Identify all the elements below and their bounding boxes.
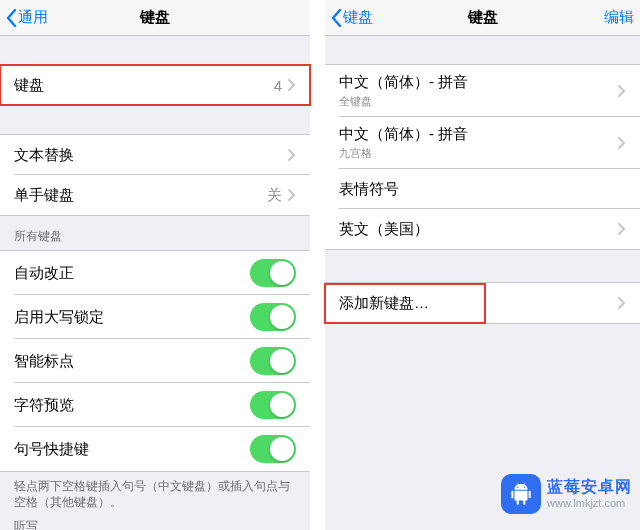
android-icon — [501, 474, 541, 514]
auto-correct-toggle[interactable] — [250, 259, 296, 287]
keyboard-label: 英文（美国） — [339, 220, 429, 239]
smart-punct-row: 智能标点 — [0, 339, 310, 383]
back-label: 键盘 — [343, 8, 373, 27]
edit-button[interactable]: 编辑 — [594, 8, 634, 27]
add-keyboard-row[interactable]: 添加新键盘… — [325, 283, 640, 323]
caps-lock-label: 启用大写锁定 — [14, 308, 104, 327]
chevron-right-icon — [288, 149, 296, 161]
chevron-right-icon — [288, 79, 296, 91]
keyboards-label: 键盘 — [14, 76, 44, 95]
char-preview-toggle[interactable] — [250, 391, 296, 419]
keyboards-row[interactable]: 键盘 4 — [0, 65, 310, 105]
period-shortcut-toggle[interactable] — [250, 435, 296, 463]
navbar: 通用 键盘 — [0, 0, 310, 36]
watermark-url: www.lmkjzt.com — [547, 497, 632, 510]
toggles-group: 自动改正 启用大写锁定 智能标点 字符预览 句号快捷键 — [0, 250, 310, 472]
back-button[interactable]: 键盘 — [331, 8, 391, 27]
char-preview-label: 字符预览 — [14, 396, 74, 415]
auto-correct-label: 自动改正 — [14, 264, 74, 283]
period-shortcut-label: 句号快捷键 — [14, 440, 89, 459]
chevron-right-icon — [618, 137, 626, 149]
nav-title: 键盘 — [468, 8, 498, 27]
all-keyboards-header: 所有键盘 — [0, 216, 310, 250]
watermark: 蓝莓安卓网 www.lmkjzt.com — [501, 474, 632, 514]
keyboard-item-pinyin-full[interactable]: 中文（简体）- 拼音 全键盘 — [325, 65, 640, 117]
one-handed-row[interactable]: 单手键盘 关 — [0, 175, 310, 215]
char-preview-row: 字符预览 — [0, 383, 310, 427]
navbar: 键盘 键盘 编辑 — [325, 0, 640, 36]
chevron-right-icon — [618, 223, 626, 235]
period-footer: 轻点两下空格键插入句号（中文键盘）或插入句点与空格（其他键盘）。 — [0, 472, 310, 514]
right-pane: 键盘 键盘 编辑 中文（简体）- 拼音 全键盘 中文（简体）- 拼音 九宫格 表… — [325, 0, 640, 530]
period-shortcut-row: 句号快捷键 — [0, 427, 310, 471]
keyboard-label: 表情符号 — [339, 180, 399, 199]
back-button[interactable]: 通用 — [6, 8, 66, 27]
keyboard-item-pinyin-9[interactable]: 中文（简体）- 拼音 九宫格 — [325, 117, 640, 169]
chevron-left-icon — [331, 9, 342, 27]
back-label: 通用 — [18, 8, 48, 27]
chevron-left-icon — [6, 9, 17, 27]
text-replacement-label: 文本替换 — [14, 146, 74, 165]
left-pane: 通用 键盘 键盘 4 文本替换 单手键盘 关 所有 — [0, 0, 310, 530]
watermark-title: 蓝莓安卓网 — [547, 478, 632, 496]
keyboard-sublabel: 全键盘 — [339, 94, 468, 109]
text-group: 文本替换 单手键盘 关 — [0, 134, 310, 216]
keyboards-group: 键盘 4 — [0, 64, 310, 106]
dictation-header: 听写 — [0, 514, 310, 530]
caps-lock-toggle[interactable] — [250, 303, 296, 331]
auto-correct-row: 自动改正 — [0, 251, 310, 295]
smart-punct-toggle[interactable] — [250, 347, 296, 375]
caps-lock-row: 启用大写锁定 — [0, 295, 310, 339]
add-keyboard-group: 添加新键盘… — [325, 282, 640, 324]
nav-title: 键盘 — [140, 8, 170, 27]
chevron-right-icon — [618, 297, 626, 309]
one-handed-value: 关 — [267, 186, 282, 205]
keyboard-item-emoji[interactable]: 表情符号 — [325, 169, 640, 209]
smart-punct-label: 智能标点 — [14, 352, 74, 371]
add-keyboard-label: 添加新键盘… — [339, 294, 429, 313]
keyboard-sublabel: 九宫格 — [339, 146, 468, 161]
one-handed-label: 单手键盘 — [14, 186, 74, 205]
chevron-right-icon — [618, 85, 626, 97]
chevron-right-icon — [288, 189, 296, 201]
keyboard-list: 中文（简体）- 拼音 全键盘 中文（简体）- 拼音 九宫格 表情符号 英文（美国… — [325, 64, 640, 250]
keyboard-item-english-us[interactable]: 英文（美国） — [325, 209, 640, 249]
keyboards-count: 4 — [274, 77, 282, 94]
keyboard-label: 中文（简体）- 拼音 — [339, 125, 468, 144]
text-replacement-row[interactable]: 文本替换 — [0, 135, 310, 175]
keyboard-label: 中文（简体）- 拼音 — [339, 73, 468, 92]
